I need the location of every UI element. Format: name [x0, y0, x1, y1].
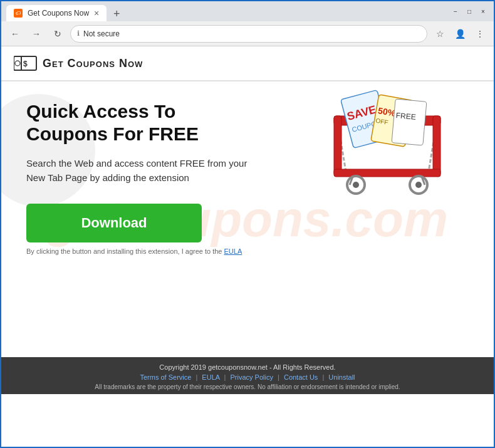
footer-link-tos[interactable]: Terms of Service [140, 373, 191, 381]
main-area: getcoupons.com [1, 81, 494, 357]
site-header: $ Get Coupons Now [1, 46, 494, 81]
url-security-text: Not secure [83, 29, 120, 38]
tab-favicon: 🏷 [14, 9, 23, 18]
window-controls: − □ × [450, 6, 489, 17]
footer-disclaimer: All trademarks are the property of their… [14, 383, 481, 390]
tab-bar: 🏷 Get Coupons Now × + [6, 1, 124, 21]
footer-link-contact[interactable]: Contact Us [284, 373, 318, 381]
refresh-button[interactable]: ↻ [49, 25, 66, 43]
address-bar[interactable]: ℹ Not secure [70, 25, 427, 43]
download-button[interactable]: Download [26, 204, 202, 242]
svg-point-21 [415, 182, 422, 188]
svg-rect-16 [392, 99, 427, 145]
footer-copyright: Copyright 2019 getcouponsnow.net - All R… [14, 363, 481, 371]
minimize-button[interactable]: − [450, 6, 461, 17]
footer-link-eula[interactable]: EULA [202, 373, 219, 381]
svg-text:FREE: FREE [395, 111, 416, 122]
tab-close-button[interactable]: × [94, 9, 99, 18]
eula-prefix: By clicking the button and installing th… [26, 247, 222, 255]
menu-icon[interactable]: ⋮ [471, 25, 489, 43]
back-button[interactable]: ← [6, 25, 24, 43]
lock-icon: ℹ [77, 29, 80, 38]
page-content: $ Get Coupons Now getcoupons.com [1, 46, 494, 447]
shopping-cart-svg: SAVE COUPON 50% OFF FREE [306, 88, 469, 226]
footer-link-privacy[interactable]: Privacy Policy [230, 373, 273, 381]
title-bar: 🏷 Get Coupons Now × + − □ × [1, 1, 494, 21]
eula-text: By clicking the button and installing th… [26, 247, 252, 255]
eula-link[interactable]: EULA [224, 247, 242, 255]
maximize-button[interactable]: □ [464, 6, 475, 17]
toolbar-right: ☆ 👤 ⋮ [431, 25, 489, 43]
headline: Quick Access To Coupons For FREE [26, 100, 252, 145]
site-footer: Copyright 2019 getcouponsnow.net - All R… [1, 357, 494, 394]
toolbar: ← → ↻ ℹ Not secure ☆ 👤 ⋮ [1, 21, 494, 46]
content-left: Quick Access To Coupons For FREE Search … [26, 100, 252, 255]
profile-icon[interactable]: 👤 [451, 25, 469, 43]
tab-title: Get Coupons Now [28, 9, 89, 18]
svg-point-19 [353, 182, 359, 188]
logo-icon: $ [14, 54, 38, 73]
svg-rect-7 [433, 116, 440, 175]
new-tab-button[interactable]: + [109, 6, 124, 21]
svg-point-2 [15, 61, 20, 66]
active-tab[interactable]: 🏷 Get Coupons Now × [6, 5, 107, 21]
svg-rect-8 [334, 169, 440, 177]
subtext: Search the Web and access content FREE f… [26, 157, 252, 185]
svg-rect-6 [334, 116, 341, 175]
logo-text: Get Coupons Now [43, 57, 143, 70]
bookmark-icon[interactable]: ☆ [431, 25, 449, 43]
cart-image: SAVE COUPON 50% OFF FREE [306, 88, 469, 226]
svg-text:$: $ [23, 60, 28, 68]
browser-window: 🏷 Get Coupons Now × + − □ × ← → ↻ ℹ Not … [0, 0, 495, 448]
forward-button[interactable]: → [28, 25, 45, 43]
site-logo: $ Get Coupons Now [14, 54, 143, 73]
footer-link-uninstall[interactable]: Uninstall [328, 373, 355, 381]
close-button[interactable]: × [477, 6, 489, 17]
footer-links: Terms of Service | EULA | Privacy Policy… [14, 373, 481, 381]
